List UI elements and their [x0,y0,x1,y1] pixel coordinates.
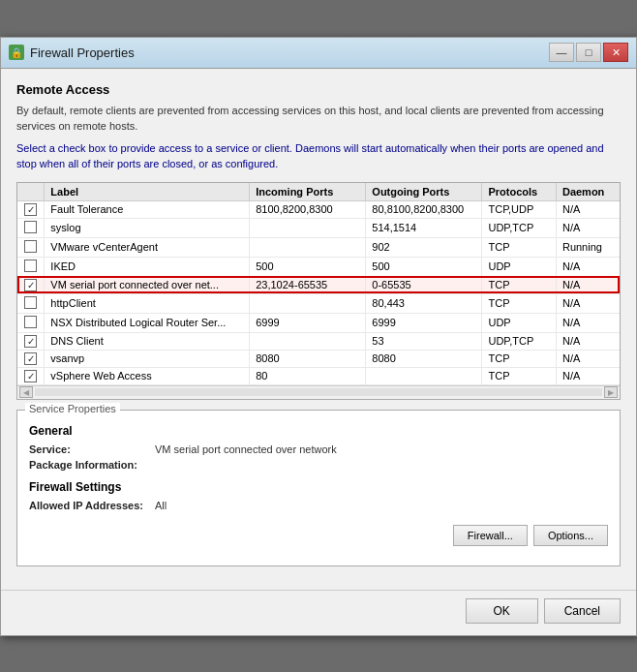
incoming-cell [250,332,366,350]
general-title: General [29,424,608,438]
col-header-daemon[interactable]: Daemon [556,183,620,201]
app-icon: 🔒 [9,45,24,60]
col-header-label[interactable]: Label [45,183,250,201]
service-checkbox[interactable] [24,370,37,382]
options-button[interactable]: Options... [533,525,608,546]
general-section: General Service: VM serial port connecte… [29,424,608,471]
col-header-incoming[interactable]: Incoming Ports [250,183,366,201]
protocols-cell: TCP [482,237,556,257]
maximize-button[interactable]: □ [576,43,601,62]
incoming-cell [250,237,366,257]
checkbox-cell[interactable] [17,200,45,218]
checkbox-cell[interactable] [17,350,45,367]
service-checkbox[interactable] [24,352,37,365]
label-cell: VM serial port connected over net...ここにチ… [45,276,250,293]
checkbox-cell[interactable] [17,313,45,332]
daemon-cell: N/A [556,218,620,237]
col-header-outgoing[interactable]: Outgoing Ports [366,183,482,201]
allowed-ip-value: All [155,500,167,511]
incoming-cell: 8080 [250,350,366,367]
checkbox-cell[interactable] [17,332,45,350]
col-header-check [17,183,45,201]
service-buttons-row: Firewall... Options... [29,525,608,546]
table-row[interactable]: vsanvp80808080TCPN/A [17,350,620,367]
incoming-cell: 500 [250,257,366,276]
main-content: Remote Access By default, remote clients… [1,69,636,590]
outgoing-cell [366,367,482,384]
cancel-button[interactable]: Cancel [544,598,621,624]
service-checkbox[interactable] [24,203,37,216]
outgoing-cell: 80,443 [366,293,482,313]
service-checkbox[interactable] [24,240,37,253]
window-controls: — □ ✕ [549,43,628,62]
service-checkbox[interactable] [24,335,37,348]
remote-access-title: Remote Access [16,82,621,97]
scroll-left-btn[interactable]: ◀ [19,386,33,398]
label-cell: NSX Distributed Logical Router Ser... [45,313,250,332]
table-header-row: Label Incoming Ports Outgoing Ports Prot… [17,183,620,201]
main-window: 🔒 Firewall Properties — □ ✕ Remote Acces… [0,37,637,636]
protocols-cell: UDP,TCP [482,218,556,237]
table-row[interactable]: NSX Distributed Logical Router Ser...699… [17,313,620,332]
daemon-cell: N/A [556,367,620,384]
close-button[interactable]: ✕ [603,43,628,62]
services-table-container: Label Incoming Ports Outgoing Ports Prot… [16,182,621,400]
checkbox-cell[interactable] [17,237,45,257]
service-field-row: Service: VM serial port connected over n… [29,443,608,455]
protocols-cell: UDP [482,257,556,276]
scroll-right-btn[interactable]: ▶ [604,386,618,398]
label-cell: vSphere Web Access [45,367,250,384]
allowed-ip-row: Allowed IP Addresses: All [29,500,608,511]
incoming-cell [250,218,366,237]
firewall-button[interactable]: Firewall... [453,525,528,546]
label-cell: syslog [45,218,250,237]
incoming-cell: 23,1024-65535 [250,276,366,293]
package-field-row: Package Information: [29,459,608,471]
service-properties-panel: Service Properties General Service: VM s… [16,410,621,566]
window-title: Firewall Properties [30,46,135,60]
col-header-protocols[interactable]: Protocols [482,183,556,201]
horizontal-scrollbar[interactable]: ◀ ▶ [17,385,620,399]
label-cell: Fault Tolerance [45,200,250,218]
daemon-cell: N/A [556,200,620,218]
service-checkbox[interactable] [24,221,37,233]
outgoing-cell: 0-65535 [366,276,482,293]
table-row[interactable]: Fault Tolerance8100,8200,830080,8100,820… [17,200,620,218]
checkbox-cell[interactable] [17,276,45,293]
service-checkbox[interactable] [24,316,37,328]
ok-button[interactable]: OK [466,598,538,624]
checkbox-cell[interactable] [17,257,45,276]
daemon-cell: Running [556,237,620,257]
label-cell: vsanvp [45,350,250,367]
label-cell: IKED [45,257,250,276]
label-cell: httpClient [45,293,250,313]
table-row[interactable]: DNS Client53UDP,TCPN/A [17,332,620,350]
minimize-button[interactable]: — [549,43,574,62]
service-checkbox[interactable] [24,296,37,309]
table-row[interactable]: VM serial port connected over net...ここにチ… [17,276,620,293]
services-table: Label Incoming Ports Outgoing Ports Prot… [17,183,620,385]
table-row[interactable]: VMware vCenterAgent902TCPRunning [17,237,620,257]
protocols-cell: UDP [482,313,556,332]
daemon-cell: N/A [556,332,620,350]
table-row[interactable]: IKED500500UDPN/A [17,257,620,276]
outgoing-cell: 80,8100,8200,8300 [366,200,482,218]
incoming-cell: 8100,8200,8300 [250,200,366,218]
checkbox-cell[interactable] [17,293,45,313]
package-field-label: Package Information: [29,459,155,471]
service-field-label: Service: [29,443,155,455]
checkbox-cell[interactable] [17,218,45,237]
checkbox-cell[interactable] [17,367,45,384]
desc-text-1: By default, remote clients are prevented… [16,103,621,135]
table-row[interactable]: vSphere Web Access80TCPN/A [17,367,620,384]
table-row[interactable]: syslog514,1514UDP,TCPN/A [17,218,620,237]
allowed-ip-label: Allowed IP Addresses: [29,500,155,511]
table-scroll-area[interactable]: Label Incoming Ports Outgoing Ports Prot… [17,183,620,385]
service-checkbox[interactable] [24,279,37,291]
service-field-value: VM serial port connected over network [155,443,337,455]
table-row[interactable]: httpClient80,443TCPN/A [17,293,620,313]
service-checkbox[interactable] [24,260,37,272]
annotation-text: ここにチェックを入れる [249,277,250,293]
incoming-cell [250,293,366,313]
protocols-cell: TCP [482,367,556,384]
